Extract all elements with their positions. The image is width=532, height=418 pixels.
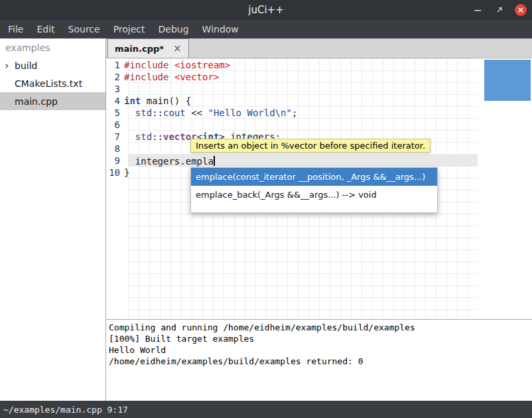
line-code: #include <iostream> <box>124 59 230 71</box>
line-number: 10 <box>106 167 124 178</box>
line-number: 3 <box>106 83 124 95</box>
scrollbar-thumb[interactable] <box>484 60 531 101</box>
code-token: integers.empla <box>124 156 214 167</box>
status-bar: ~/examples/main.cpp 9:17 <box>0 401 532 418</box>
editor-line[interactable]: 4int main() { <box>106 95 532 107</box>
file-item-cmakelists-txt[interactable]: CMakeLists.txt <box>0 74 105 92</box>
completion-popup: emplace(const_iterator __position, _Args… <box>190 167 438 213</box>
editor-line[interactable]: 9 integers.empla <box>106 155 532 167</box>
code-token: main() { <box>141 96 191 106</box>
line-number: 6 <box>106 119 124 131</box>
line-number: 2 <box>106 71 124 83</box>
code-token: int <box>124 96 141 106</box>
close-button[interactable]: × <box>515 4 527 16</box>
file-tree: ›buildCMakeLists.txtmain.cpp <box>0 56 105 110</box>
line-code: #include <vector> <box>124 71 219 83</box>
editor-line[interactable]: 6 <box>106 119 532 131</box>
doc-tooltip: Inserts an object in %vector before spec… <box>190 139 431 153</box>
menu-project[interactable]: Project <box>107 20 152 38</box>
code-token <box>124 107 135 118</box>
line-number: 7 <box>106 131 124 143</box>
terminal-line: Compiling and running /home/eidheim/exam… <box>109 322 529 333</box>
line-number: 8 <box>106 143 124 155</box>
tab-label: main.cpp* <box>115 44 164 54</box>
code-token: :: <box>152 131 163 142</box>
line-number: 5 <box>106 107 124 119</box>
code-token <box>124 131 135 142</box>
code-token: "Hello World\n" <box>208 107 291 118</box>
completion-item[interactable]: emplace(const_iterator __position, _Args… <box>191 168 437 186</box>
line-code: int main() { <box>124 95 191 107</box>
terminal-line: Hello World <box>109 344 529 356</box>
code-token: <iostream> <box>174 60 230 70</box>
file-item-main-cpp[interactable]: main.cpp <box>0 92 105 110</box>
editor-lines: 1#include <iostream>2#include <vector>34… <box>106 59 532 178</box>
code-token <box>168 72 174 82</box>
menu-source[interactable]: Source <box>62 20 107 38</box>
code-token: cout <box>163 107 186 118</box>
code-token: #include <box>124 72 168 82</box>
code-token: std <box>135 131 152 142</box>
code-token: std <box>135 107 152 118</box>
tab-close-icon[interactable]: × <box>173 44 182 54</box>
code-token: #include <box>124 60 168 70</box>
code-token: :: <box>152 107 163 118</box>
status-file-position: ~/examples/main.cpp 9:17 <box>3 405 128 415</box>
line-code: } <box>124 167 129 178</box>
code-token: << <box>186 107 208 118</box>
code-editor[interactable]: 1#include <iostream>2#include <vector>34… <box>106 58 532 319</box>
restore-icon <box>496 6 503 14</box>
title-bar: juCi++ − × <box>0 0 532 20</box>
terminal-line: /home/eidheim/examples/build/examples re… <box>109 356 529 367</box>
terminal-line: [100%] Built target examples <box>109 333 529 344</box>
minimize-button[interactable]: − <box>471 3 484 17</box>
chevron-right-icon[interactable]: › <box>5 58 9 71</box>
main-body: examples ›buildCMakeLists.txtmain.cpp ma… <box>0 38 532 401</box>
editor-column: main.cpp* × 1#include <iostream>2#includ… <box>106 38 532 401</box>
code-token <box>168 60 174 70</box>
terminal-output[interactable]: Compiling and running /home/eidheim/exam… <box>106 319 532 401</box>
file-item-build[interactable]: ›build <box>0 56 105 74</box>
editor-line[interactable]: 5 std::cout << "Hello World\n"; <box>106 107 532 119</box>
editor-line[interactable]: 2#include <vector> <box>106 71 532 83</box>
tab-main-cpp[interactable]: main.cpp* × <box>107 38 189 58</box>
file-tree-sidebar: examples ›buildCMakeLists.txtmain.cpp <box>0 38 106 401</box>
menu-edit[interactable]: Edit <box>30 20 61 38</box>
maximize-button[interactable] <box>493 3 506 17</box>
line-code: std::cout << "Hello World\n"; <box>124 107 297 119</box>
code-token: <vector> <box>174 72 219 82</box>
file-item-label: CMakeLists.txt <box>15 78 82 89</box>
line-code: integers.empla <box>124 155 215 167</box>
code-token: } <box>124 167 129 178</box>
editor-line[interactable]: 3 <box>106 83 532 95</box>
code-token: ; <box>292 107 297 118</box>
completion-item[interactable]: emplace_back(_Args &&__args...) --> void <box>191 186 437 204</box>
tab-bar: main.cpp* × <box>106 38 532 58</box>
line-number: 1 <box>106 59 124 71</box>
app-window: juCi++ − × FileEditSourceProjectDebugWin… <box>0 0 532 418</box>
window-title: juCi++ <box>248 4 283 16</box>
project-name: examples <box>0 38 105 56</box>
menu-file[interactable]: File <box>1 20 30 38</box>
text-cursor <box>214 156 215 166</box>
editor-line[interactable]: 1#include <iostream> <box>106 59 532 71</box>
line-number: 4 <box>106 95 124 107</box>
menu-bar: FileEditSourceProjectDebugWindow <box>0 20 532 38</box>
menu-debug[interactable]: Debug <box>152 20 196 38</box>
file-item-label: main.cpp <box>15 96 58 107</box>
window-controls: − × <box>471 0 527 20</box>
line-number: 9 <box>106 155 124 167</box>
file-item-label: build <box>15 60 37 71</box>
menu-window[interactable]: Window <box>196 20 245 38</box>
